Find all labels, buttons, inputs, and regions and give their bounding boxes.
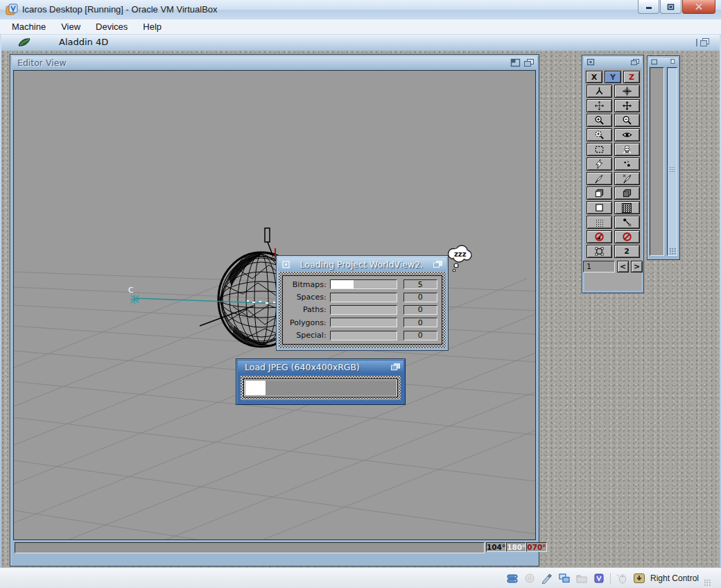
menu-view[interactable]: View <box>53 19 88 35</box>
next-button[interactable]: > <box>631 261 643 273</box>
loading-dialog-titlebar[interactable]: Loading Project WorldView2. <box>278 257 446 271</box>
layers-shaded-icon[interactable] <box>614 187 640 200</box>
editor-titlebar[interactable]: Editor View <box>12 56 537 69</box>
window-controls <box>637 0 715 14</box>
usb-icon[interactable] <box>541 573 553 584</box>
transform-handles-icon[interactable] <box>587 245 612 258</box>
trajectory-icon[interactable] <box>614 216 640 229</box>
screen-depth-icon[interactable] <box>695 37 711 48</box>
list-palette-titlebar[interactable] <box>649 58 678 66</box>
vbox-titlebar[interactable]: Icaros Desktop [Running] - Oracle VM Vir… <box>0 0 721 20</box>
palette-list-area[interactable] <box>650 67 664 256</box>
shared-folders-icon[interactable] <box>575 573 588 584</box>
progress-row: Polygons: 0 <box>287 317 437 328</box>
zoom-out-icon[interactable] <box>614 114 640 127</box>
depth-gadget-icon[interactable] <box>390 363 401 371</box>
resize-grip-icon[interactable] <box>669 248 677 255</box>
hard-disk-icon[interactable] <box>506 573 519 584</box>
close-button[interactable] <box>682 0 715 14</box>
page-number-field[interactable]: 1 <box>583 261 615 273</box>
forbid-icon[interactable] <box>614 230 640 243</box>
move-step-icon[interactable] <box>587 99 612 112</box>
jpeg-dialog-titlebar[interactable]: Load JPEG (640x400xRGB) <box>238 361 403 374</box>
minimize-button[interactable] <box>638 0 659 14</box>
host-key-icon[interactable] <box>633 573 645 584</box>
guest-screen: Aladdin 4D Editor View <box>1 35 720 567</box>
tripod-icon[interactable] <box>587 85 612 98</box>
depth-gadget-icon[interactable] <box>433 260 443 268</box>
scrollbar-grip-icon[interactable] <box>669 166 675 173</box>
scene-canvas: C <box>14 71 535 539</box>
statusbar-separator <box>610 573 611 584</box>
viewport-3d[interactable]: C <box>13 70 536 540</box>
window-resize-grip-icon[interactable] <box>704 579 711 587</box>
optical-drive-icon[interactable] <box>523 573 536 584</box>
level-2-button[interactable]: 2 <box>614 245 640 258</box>
layers-duplicate-icon[interactable] <box>587 187 612 200</box>
crosshair-grid-icon[interactable] <box>614 85 640 98</box>
zoom-in-icon[interactable] <box>587 114 612 127</box>
zoom-gadget-icon[interactable] <box>510 58 521 67</box>
window-title: Icaros Desktop [Running] - Oracle VM Vir… <box>22 0 218 19</box>
loading-dialog-body: Bitmaps: 5 Spaces: 0 Paths: 0 <box>279 272 446 348</box>
progress-row: Paths: 0 <box>287 304 437 315</box>
editor-title: Editor View <box>17 58 67 68</box>
axis-x-button[interactable]: X <box>586 71 602 83</box>
progress-row: Spaces: 0 <box>287 292 437 303</box>
row-value: 0 <box>403 305 437 315</box>
display-icon[interactable] <box>593 573 605 584</box>
close-gadget-icon[interactable] <box>281 260 290 269</box>
row-value: 5 <box>403 279 437 289</box>
menu-machine[interactable]: Machine <box>4 19 53 35</box>
zoom-region-icon[interactable] <box>587 128 612 141</box>
editor-status-row: 104° 180° 070° <box>13 540 536 555</box>
virtualbox-logo-icon <box>6 3 18 16</box>
screen-title: Aladdin 4D <box>59 35 108 50</box>
progress-row: Bitmaps: 5 <box>287 279 437 290</box>
prev-button[interactable]: < <box>617 261 629 273</box>
maximize-button[interactable] <box>660 0 681 14</box>
forbid-flag-icon[interactable] <box>587 230 612 243</box>
loading-progress-panel: Bitmaps: 5 Spaces: 0 Paths: 0 <box>282 275 442 345</box>
visibility-eye-icon[interactable] <box>614 128 640 141</box>
vertical-scrollbar[interactable] <box>667 67 677 256</box>
quill-draw-icon[interactable] <box>587 172 612 185</box>
move-free-icon[interactable] <box>614 99 640 112</box>
mouse-icon[interactable] <box>616 573 628 584</box>
fill-solid-icon[interactable] <box>587 201 612 214</box>
angle-x: 104° <box>486 542 506 552</box>
axis-z-button[interactable]: Z <box>623 71 640 83</box>
quill-edit-icon[interactable] <box>614 172 640 185</box>
center-label: C <box>128 286 134 295</box>
grid-points-icon[interactable] <box>587 216 612 229</box>
close-gadget-icon[interactable] <box>651 59 658 65</box>
lightning-icon[interactable] <box>587 157 612 171</box>
menu-help[interactable]: Help <box>135 19 169 35</box>
tool-palette-titlebar[interactable] <box>584 57 642 67</box>
depth-gadget-icon[interactable] <box>669 58 676 64</box>
desktop: Editor View <box>1 51 720 567</box>
zzz-text: zzz <box>454 250 467 258</box>
jpeg-dialog-title: Load JPEG (640x400xRGB) <box>245 362 360 372</box>
angle-y: 180° <box>506 542 526 552</box>
screen-titlebar[interactable]: Aladdin 4D <box>1 35 720 51</box>
row-label: Bitmaps: <box>287 280 330 289</box>
vbox-statusbar: Right Control <box>0 567 721 588</box>
delete-skull-icon[interactable] <box>614 143 640 156</box>
axis-y-button[interactable]: Y <box>605 71 621 83</box>
tool-palette-window: X Y Z <box>582 55 644 293</box>
menu-devices[interactable]: Devices <box>88 19 135 35</box>
network-icon[interactable] <box>558 573 571 584</box>
angle-z: 070° <box>526 542 546 552</box>
depth-gadget-icon[interactable] <box>630 58 640 66</box>
select-marquee-icon[interactable] <box>587 143 612 156</box>
particles-icon[interactable] <box>614 157 640 171</box>
close-gadget-icon[interactable] <box>587 58 595 66</box>
leaf-icon <box>17 37 31 48</box>
host-key-label: Right Control <box>650 573 699 583</box>
list-palette-window <box>647 55 680 260</box>
fill-dither-icon[interactable] <box>614 201 640 214</box>
jpeg-progress-fill <box>245 381 266 395</box>
depth-gadget-icon[interactable] <box>523 58 535 67</box>
progress-fill <box>331 280 354 288</box>
